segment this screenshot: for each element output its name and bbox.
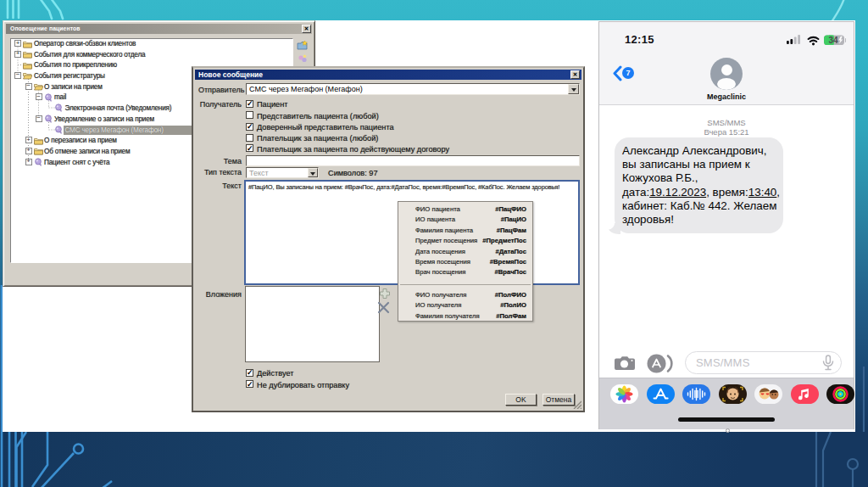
svg-text:34: 34: [828, 36, 838, 45]
